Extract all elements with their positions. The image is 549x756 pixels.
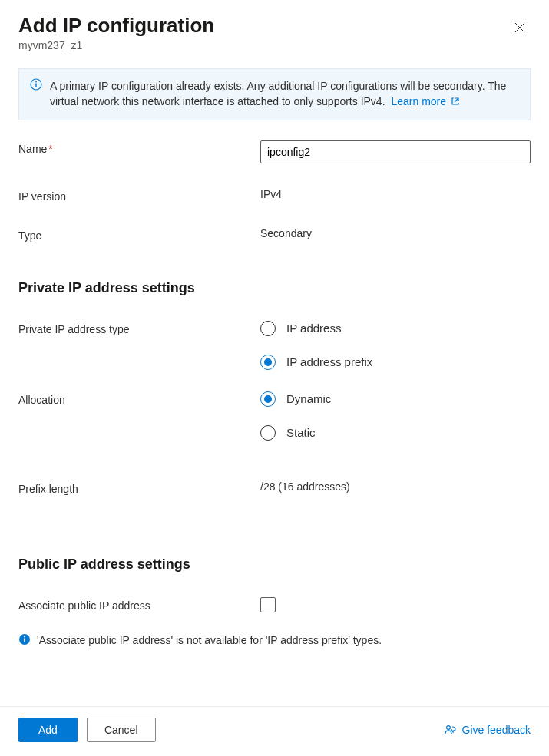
panel: Add IP configuration myvm237_z1 A primar… — [0, 0, 549, 756]
label-name: Name* — [18, 140, 260, 155]
name-input[interactable] — [260, 140, 531, 163]
row-prefix-length: Prefix length /28 (16 addresses) — [18, 480, 531, 495]
associate-public-ip-checkbox[interactable] — [260, 597, 276, 612]
label-associate-public-ip: Associate public IP address — [18, 599, 260, 612]
title-block: Add IP configuration myvm237_z1 — [18, 14, 214, 51]
give-feedback-link[interactable]: Give feedback — [444, 724, 531, 736]
row-private-addr-type: Private IP address type IP address IP ad… — [18, 321, 531, 370]
cancel-button[interactable]: Cancel — [87, 718, 156, 742]
value-prefix-length: /28 (16 addresses) — [260, 480, 531, 493]
footer-buttons: Add Cancel — [18, 718, 156, 742]
value-ip-version: IPv4 — [260, 188, 531, 200]
required-indicator: * — [48, 143, 52, 155]
radio-label: IP address prefix — [286, 355, 372, 368]
section-private-title: Private IP address settings — [18, 280, 531, 296]
value-allocation: Dynamic Static — [260, 391, 531, 441]
close-icon — [514, 21, 526, 34]
page-title: Add IP configuration — [18, 14, 214, 38]
radio-circle-icon — [260, 391, 276, 407]
radio-group-addr-type: IP address IP address prefix — [260, 321, 531, 370]
row-name: Name* — [18, 140, 531, 163]
info-solid-icon — [18, 633, 31, 648]
value-type: Secondary — [260, 227, 531, 239]
radio-label: Static — [286, 426, 316, 439]
value-private-addr-type: IP address IP address prefix — [260, 321, 531, 370]
section-public-title: Public IP address settings — [18, 556, 531, 573]
header: Add IP configuration myvm237_z1 — [18, 14, 531, 51]
label-type: Type — [18, 227, 260, 242]
row-allocation: Allocation Dynamic Static — [18, 391, 531, 441]
footer: Add Cancel Give feedback — [0, 706, 549, 756]
info-box: A primary IP configuration already exist… — [18, 68, 531, 120]
radio-circle-icon — [260, 425, 276, 441]
row-type: Type Secondary — [18, 227, 531, 242]
value-associate-public-ip — [260, 597, 531, 615]
radio-label: IP address — [286, 322, 341, 335]
svg-point-6 — [446, 726, 450, 730]
label-private-addr-type: Private IP address type — [18, 321, 260, 335]
learn-more-link[interactable]: Learn more — [391, 95, 459, 107]
label-ip-version: IP version — [18, 188, 260, 203]
feedback-icon — [444, 724, 456, 736]
row-ip-version: IP version IPv4 — [18, 188, 531, 203]
radio-static[interactable]: Static — [260, 425, 531, 441]
close-button[interactable] — [509, 17, 531, 38]
page-subtitle: myvm237_z1 — [18, 39, 214, 51]
add-button[interactable]: Add — [18, 718, 78, 742]
row-associate-public-ip: Associate public IP address — [18, 597, 531, 615]
radio-group-allocation: Dynamic Static — [260, 391, 531, 441]
radio-label: Dynamic — [286, 392, 331, 405]
external-link-icon — [451, 94, 460, 110]
svg-point-4 — [24, 636, 25, 637]
svg-rect-5 — [24, 638, 25, 642]
svg-rect-2 — [35, 84, 36, 87]
public-ip-status: 'Associate public IP address' is not ava… — [18, 633, 531, 648]
radio-ip-address[interactable]: IP address — [260, 321, 531, 336]
info-icon — [30, 78, 42, 111]
give-feedback-label: Give feedback — [462, 724, 531, 736]
value-name — [260, 140, 531, 163]
public-ip-status-text: 'Associate public IP address' is not ava… — [37, 634, 382, 646]
radio-dynamic[interactable]: Dynamic — [260, 391, 531, 407]
info-text-container: A primary IP configuration already exist… — [50, 78, 519, 111]
radio-circle-icon — [260, 355, 276, 370]
radio-ip-address-prefix[interactable]: IP address prefix — [260, 355, 531, 370]
radio-circle-icon — [260, 321, 276, 336]
svg-point-1 — [35, 81, 37, 83]
label-allocation: Allocation — [18, 391, 260, 406]
label-prefix-length: Prefix length — [18, 480, 260, 495]
